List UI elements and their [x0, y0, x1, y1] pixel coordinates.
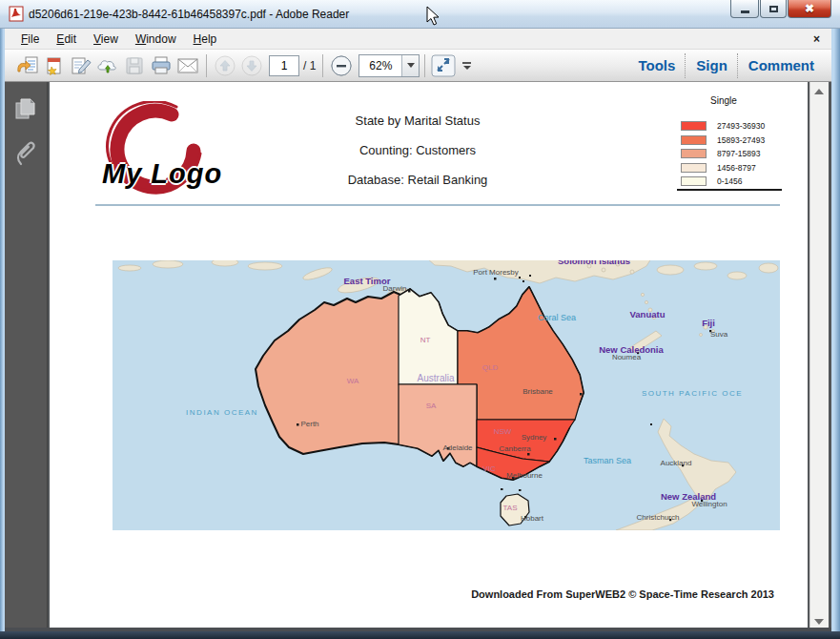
toolbar-separator [424, 54, 425, 77]
create-pdf-icon [44, 56, 65, 75]
map-label-darwin: Darwin [383, 285, 407, 293]
footer-note: Downloaded From SuperWEB2 © Space-Time R… [334, 588, 774, 600]
sign-document-button[interactable] [68, 53, 94, 78]
legend-range-label: 8797-15893 [717, 149, 760, 158]
title-bar: d5206d61-219e-423b-8442-61b46458397c.pdf… [0, 0, 840, 29]
create-pdf-button[interactable] [41, 53, 68, 78]
map-label-vanuatu: Vanuatu [630, 310, 666, 320]
map-label-noumea: Noumea [612, 354, 641, 361]
menu-file[interactable]: File [12, 30, 48, 49]
legend-underline [677, 189, 782, 191]
header-divider [95, 204, 780, 206]
window-title: d5206d61-219e-423b-8442-61b46458397c.pdf… [29, 8, 349, 21]
legend-row: 0-1456 [681, 175, 742, 187]
main-toolbar: / 1 62% Tools Sign Comment [5, 50, 831, 82]
map-label-qld: QLD [482, 364, 498, 372]
email-button[interactable] [174, 53, 201, 78]
close-document-icon[interactable]: × [813, 32, 820, 46]
page-up-icon [215, 55, 236, 76]
map-legend: Single 27493-3693015893-274938797-158931… [674, 95, 808, 200]
map-label-sa: SA [426, 402, 437, 410]
menu-window[interactable]: Window [127, 30, 185, 49]
map-label-coral-sea: Coral Sea [538, 314, 576, 322]
map-label-suva: Suva [710, 331, 727, 339]
zoom-out-icon [331, 55, 352, 76]
toolbar-dotted-separator [685, 53, 686, 78]
map-label-tas: TAS [503, 505, 518, 512]
vertical-scrollbar[interactable] [809, 82, 829, 631]
toolbar-separator [322, 54, 323, 77]
map-label-tasman-sea: Tasman Sea [584, 457, 631, 465]
map-label-perth: Perth [300, 421, 318, 428]
map-label-vic: VIC [482, 465, 495, 473]
map-label-fiji: Fiji [702, 319, 715, 328]
map-label-auckland: Auckland [661, 460, 692, 467]
report-database: Database: Retail Banking [179, 173, 656, 187]
window-border-bottom [0, 631, 840, 639]
legend-title: Single [710, 95, 737, 106]
page-number-input[interactable] [269, 55, 299, 76]
zoom-control: 62% [359, 54, 420, 77]
chevron-down-icon [407, 63, 415, 68]
scroll-down-icon[interactable] [814, 619, 824, 625]
toolbar-dotted-separator [737, 53, 739, 78]
page-down-icon [241, 55, 262, 76]
zoom-level-value[interactable]: 62% [359, 59, 401, 72]
maximize-button[interactable] [760, 0, 787, 18]
adobe-pdf-icon [9, 6, 25, 22]
scroll-up-icon[interactable] [814, 89, 824, 94]
map-label-wellington: Wellington [691, 501, 727, 508]
print-button[interactable] [148, 53, 174, 78]
menu-view[interactable]: View [85, 30, 127, 49]
report-title: State by Marital Status [179, 113, 656, 128]
send-cloud-button[interactable] [94, 53, 121, 78]
legend-swatch [681, 121, 707, 131]
tools-panel-button[interactable]: Tools [638, 57, 675, 73]
page-thumbnails-icon[interactable] [12, 97, 39, 126]
map-label-christchurch: Christchurch [637, 514, 680, 522]
map-label-brisbane: Brisbane [522, 388, 553, 396]
zoom-out-button[interactable] [328, 53, 355, 78]
previous-page-button[interactable] [212, 53, 238, 78]
minimize-button[interactable] [730, 0, 759, 18]
menu-bar-icon [462, 62, 471, 64]
map-label-wa: WA [347, 378, 359, 385]
save-button[interactable] [121, 53, 148, 78]
legend-swatch [681, 135, 707, 145]
open-file-button[interactable] [14, 53, 41, 78]
map-label-nt: NT [420, 337, 431, 344]
legend-range-label: 27493-36930 [717, 121, 765, 131]
map-label-hobart: Hobart [521, 515, 543, 523]
close-button[interactable]: ✖ [788, 0, 831, 18]
maximize-icon [769, 6, 778, 12]
navigation-sidebar [5, 82, 48, 631]
menu-edit[interactable]: Edit [48, 30, 85, 49]
legend-row: 1456-8797 [681, 162, 756, 174]
print-icon [150, 56, 173, 75]
map-label-australia: Australia [418, 374, 455, 383]
legend-swatch [681, 176, 707, 186]
map-label-port-moresby: Port Moresby [473, 269, 519, 277]
next-page-button[interactable] [238, 53, 265, 78]
zoom-dropdown-button[interactable] [401, 55, 419, 76]
legend-row: 27493-36930 [681, 120, 765, 132]
page-total-label: / 1 [303, 59, 316, 72]
menu-bar: FileEditViewWindowHelp × [5, 29, 831, 50]
toolbar-menu-button[interactable] [462, 62, 471, 70]
legend-range-label: 1456-8797 [717, 163, 756, 173]
comment-panel-button[interactable]: Comment [748, 57, 814, 73]
menu-items: FileEditViewWindowHelp [5, 30, 225, 49]
legend-range-label: 15893-27493 [717, 135, 765, 145]
send-cloud-icon [96, 56, 119, 75]
sign-panel-button[interactable]: Sign [696, 57, 727, 73]
menu-help[interactable]: Help [185, 30, 226, 49]
toolbar-separator [206, 54, 207, 77]
email-icon [176, 57, 199, 74]
document-area: My Logo State by Marital Status Counting… [5, 82, 831, 631]
map-label-nsw: NSW [494, 428, 512, 436]
map-label-melbourne: Melbourne [506, 472, 543, 480]
attachments-paperclip-icon[interactable] [12, 137, 39, 166]
legend-row: 15893-27493 [681, 134, 765, 146]
minimize-icon [741, 10, 749, 13]
fit-window-button[interactable] [430, 53, 457, 78]
